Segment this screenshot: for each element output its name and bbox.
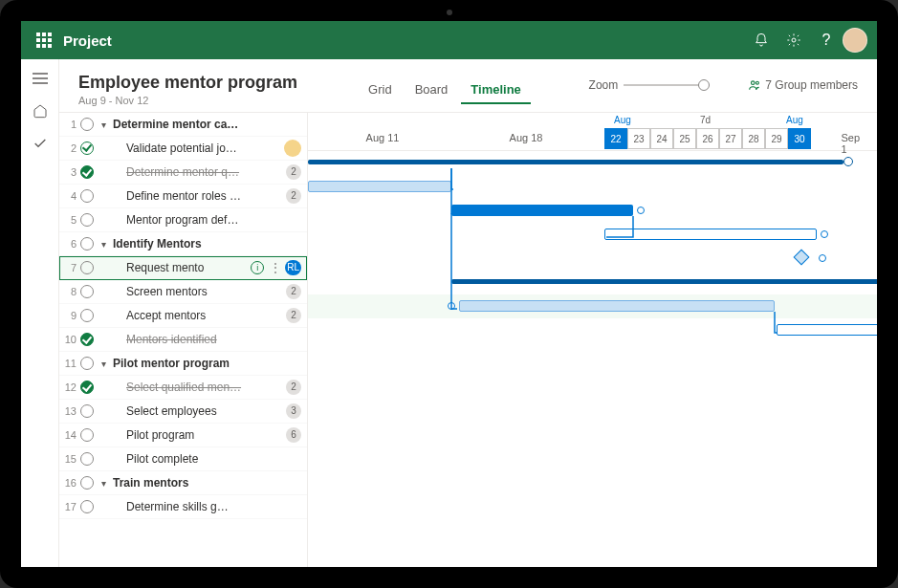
task-name[interactable]: Pilot program	[115, 428, 282, 442]
task-status-icon[interactable]	[80, 381, 94, 394]
assignee-count-chip[interactable]: 2	[286, 188, 301, 204]
task-status-icon[interactable]	[80, 189, 94, 203]
task-name[interactable]: Accept mentors	[115, 309, 282, 322]
task-name[interactable]: Determine mentor q…	[115, 165, 282, 179]
gantt-task-bar[interactable]	[308, 181, 451, 192]
task-name[interactable]: Mentors identified	[115, 333, 301, 346]
task-status-icon[interactable]	[80, 404, 94, 418]
view-grid[interactable]: Grid	[359, 76, 402, 104]
task-status-icon[interactable]	[80, 118, 94, 131]
home-icon[interactable]	[25, 96, 55, 126]
task-row[interactable]: 2Validate potential jo…	[59, 137, 307, 161]
task-name[interactable]: Pilot complete	[115, 452, 301, 466]
task-status-icon[interactable]	[80, 165, 94, 179]
timeline-day-cell[interactable]: 28	[742, 128, 765, 149]
assignee-avatar[interactable]	[284, 140, 301, 157]
task-name[interactable]: Validate potential jo…	[115, 142, 280, 155]
task-row[interactable]: 4Define mentor roles …2	[59, 185, 307, 208]
task-name[interactable]: Pilot mentor program	[113, 357, 301, 370]
task-name[interactable]: Identify Mentors	[113, 237, 301, 250]
task-row[interactable]: 17Determine skills g…	[59, 495, 307, 519]
gantt-milestone-icon[interactable]	[794, 250, 810, 266]
timeline-day-cell[interactable]: 27	[719, 128, 742, 149]
task-row[interactable]: 10Mentors identified	[59, 328, 307, 352]
expand-icon[interactable]: ▾	[98, 478, 109, 489]
task-row[interactable]: 11▾Pilot mentor program	[59, 352, 307, 376]
user-avatar[interactable]	[843, 28, 867, 53]
task-status-icon[interactable]	[80, 428, 94, 442]
task-row[interactable]: 8Screen mentors2	[59, 280, 307, 304]
timeline-day-cell[interactable]: 29	[765, 128, 788, 149]
task-status-icon[interactable]	[80, 357, 94, 370]
task-name[interactable]: Screen mentors	[115, 285, 282, 298]
assignee-count-chip[interactable]: 3	[286, 403, 301, 419]
task-status-icon[interactable]	[80, 333, 94, 346]
settings-icon[interactable]	[778, 24, 810, 56]
task-name[interactable]: Determine skills g…	[115, 500, 301, 513]
info-icon[interactable]: i	[251, 261, 264, 274]
task-status-icon[interactable]	[80, 213, 94, 227]
task-row[interactable]: 6▾Identify Mentors	[59, 232, 307, 256]
view-timeline[interactable]: Timeline	[461, 76, 531, 104]
expand-icon[interactable]: ▾	[98, 359, 109, 369]
task-status-icon[interactable]	[80, 476, 94, 490]
timeline-day-cell[interactable]: 24	[650, 128, 673, 149]
timeline-day-cell[interactable]: 22	[604, 128, 627, 149]
task-status-icon[interactable]	[80, 285, 94, 298]
timeline-day-cell[interactable]: 25	[673, 128, 696, 149]
task-row[interactable]: 15Pilot complete	[59, 447, 307, 471]
task-row[interactable]: 5Mentor program def…	[59, 208, 307, 232]
assignee-count-chip[interactable]: 2	[286, 308, 301, 323]
timeline-panel[interactable]: Aug 11 Aug 18 Aug 7d Aug 222324252627282…	[308, 113, 877, 567]
task-row[interactable]: 16▾Train mentors	[59, 471, 307, 495]
gantt-task-bar[interactable]	[604, 229, 817, 240]
side-rail	[21, 59, 59, 567]
notifications-icon[interactable]	[745, 24, 778, 56]
task-name[interactable]: Select employees	[115, 404, 282, 418]
task-name[interactable]: Determine mentor ca…	[113, 118, 301, 131]
assignee-count-chip[interactable]: 2	[286, 284, 301, 299]
app-launcher-icon[interactable]	[31, 27, 57, 54]
menu-icon[interactable]	[25, 63, 55, 94]
task-row[interactable]: 1▾Determine mentor ca…	[59, 113, 307, 137]
gantt-task-bar[interactable]	[451, 205, 633, 216]
help-icon[interactable]: ?	[810, 24, 843, 56]
task-name[interactable]: Mentor program def…	[115, 213, 301, 227]
zoom-control[interactable]: Zoom	[589, 78, 711, 92]
task-status-icon[interactable]	[80, 261, 94, 274]
gantt-task-bar[interactable]	[459, 300, 775, 312]
task-row[interactable]: 12Select qualified men…2	[59, 376, 307, 400]
task-name[interactable]: Select qualified men…	[115, 381, 282, 394]
timeline-day-cell[interactable]: 23	[627, 128, 650, 149]
assignee-initials-chip[interactable]: RL	[285, 260, 301, 275]
group-members-button[interactable]: 7 Group members	[748, 78, 858, 92]
gantt-summary-bar[interactable]	[308, 160, 843, 164]
zoom-slider-track[interactable]	[624, 84, 710, 86]
gantt-task-bar[interactable]	[777, 324, 877, 336]
more-icon[interactable]: ⋮	[268, 261, 281, 274]
task-name[interactable]: Define mentor roles …	[115, 189, 282, 203]
task-status-icon[interactable]	[80, 237, 94, 250]
expand-icon[interactable]: ▾	[98, 120, 109, 130]
task-status-icon[interactable]	[80, 309, 94, 322]
task-status-icon[interactable]	[80, 452, 94, 466]
task-status-icon[interactable]	[80, 500, 94, 513]
task-row[interactable]: 9Accept mentors2	[59, 304, 307, 328]
task-status-icon[interactable]	[80, 142, 94, 155]
assignee-count-chip[interactable]: 2	[286, 164, 301, 180]
zoom-slider-thumb[interactable]	[698, 79, 710, 91]
task-name[interactable]: Request mento	[115, 261, 247, 274]
task-name[interactable]: Train mentors	[113, 476, 301, 490]
timeline-day-cell[interactable]: 30	[788, 128, 811, 149]
assignee-count-chip[interactable]: 6	[286, 427, 301, 443]
task-row[interactable]: 7Request mentoi⋮RL	[59, 256, 307, 280]
task-row[interactable]: 14Pilot program6	[59, 424, 307, 447]
timeline-day-cell[interactable]: 26	[696, 128, 719, 149]
assignee-count-chip[interactable]: 2	[286, 380, 301, 395]
task-row[interactable]: 3Determine mentor q…2	[59, 161, 307, 185]
check-icon[interactable]	[25, 128, 55, 159]
expand-icon[interactable]: ▾	[98, 239, 109, 250]
gantt-summary-bar[interactable]	[451, 279, 877, 284]
task-row[interactable]: 13Select employees3	[59, 400, 307, 424]
view-board[interactable]: Board	[405, 76, 458, 104]
